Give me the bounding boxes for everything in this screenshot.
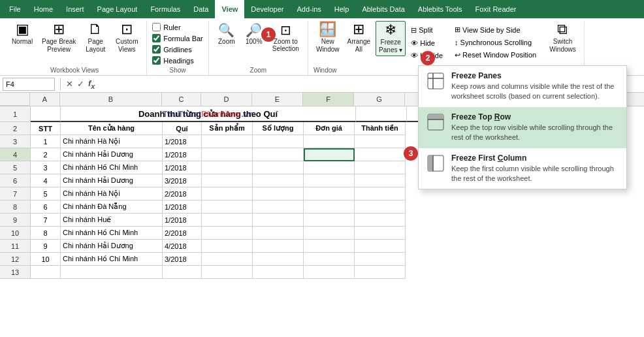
row-header-6[interactable]: 6 — [0, 174, 30, 187]
cell-e13[interactable] — [253, 266, 304, 279]
cell-e12[interactable] — [253, 253, 304, 266]
insert-function-icon[interactable]: fx — [88, 78, 95, 90]
cell-c8[interactable]: 1/2018 — [163, 201, 202, 214]
page-break-button[interactable]: ⊞ Page BreakPreview — [39, 21, 78, 55]
formula-bar-input[interactable] — [152, 34, 161, 42]
cell-c13[interactable] — [163, 266, 202, 279]
gridlines-checkbox[interactable]: Gridlines — [152, 45, 203, 54]
cell-f12[interactable] — [304, 253, 355, 266]
cell-f5[interactable] — [304, 161, 355, 174]
cell-f4[interactable] — [304, 148, 355, 161]
cell-e9[interactable] — [253, 214, 304, 227]
cell-b12[interactable]: Chi nhánh Hồ Chí Minh — [61, 253, 163, 266]
cell-f10[interactable] — [304, 227, 355, 240]
zoom-button[interactable]: 🔍 Zoom — [214, 21, 239, 46]
cell-g10[interactable] — [355, 227, 406, 240]
cell-e11[interactable] — [253, 240, 304, 253]
row-header-4[interactable]: 4 — [0, 148, 30, 161]
cell-g8[interactable] — [355, 201, 406, 214]
cell-a1[interactable] — [31, 106, 61, 122]
cell-b3[interactable]: Chi nhánh Hà Nội — [61, 135, 163, 148]
page-layout-button[interactable]: 🗋 PageLayout — [81, 21, 110, 55]
freeze-panes-button[interactable]: ❄ FreezePanes ▾ — [376, 21, 406, 56]
cell-g12[interactable] — [355, 253, 406, 266]
new-window-button[interactable]: 🪟 NewWindow — [314, 21, 342, 55]
arrange-all-button[interactable]: ⊞ ArrangeAll — [345, 21, 374, 55]
cell-e5[interactable] — [253, 161, 304, 174]
cell-e2[interactable]: Số lượng — [253, 122, 304, 135]
tab-data[interactable]: Data — [187, 0, 215, 18]
col-header-b[interactable]: B — [60, 93, 162, 106]
cell-f8[interactable] — [304, 201, 355, 214]
cell-g6[interactable] — [355, 174, 406, 187]
col-header-a[interactable]: A — [30, 93, 60, 106]
row-header-11[interactable]: 11 — [0, 240, 30, 253]
cell-b10[interactable]: Chi nhánh Hồ Chí Minh — [61, 227, 163, 240]
tab-ablebits-tools[interactable]: Ablebits Tools — [411, 0, 469, 18]
cell-g13[interactable] — [355, 266, 406, 279]
normal-button[interactable]: ▣ Normal — [8, 21, 37, 47]
ruler-input[interactable] — [152, 23, 161, 31]
ruler-checkbox[interactable]: Ruler — [152, 23, 203, 31]
cell-d6[interactable] — [202, 174, 253, 187]
cell-b11[interactable]: Chi nhánh Hải Dương — [61, 240, 163, 253]
cell-g2[interactable]: Thành tiền — [355, 122, 406, 135]
cell-f9[interactable] — [304, 214, 355, 227]
view-side-by-side-button[interactable]: ⊞ View Side by Side — [452, 25, 539, 35]
hide-button[interactable]: 👁 Hide — [408, 39, 445, 48]
cell-d13[interactable] — [202, 266, 253, 279]
row-header-9[interactable]: 9 — [0, 214, 30, 227]
tab-view[interactable]: View — [215, 0, 244, 18]
col-header-f[interactable]: F — [303, 93, 354, 106]
cell-g7[interactable] — [355, 187, 406, 201]
reset-window-position-button[interactable]: ↩ Reset Window Position — [452, 50, 539, 60]
col-header-e[interactable]: E — [252, 93, 303, 106]
headings-input[interactable] — [152, 56, 161, 65]
cell-f1[interactable] — [356, 106, 407, 122]
name-box[interactable] — [3, 78, 55, 91]
cell-b1[interactable]: Doanh thu từng cửa hàng theo Quí ThuThua… — [61, 106, 356, 122]
freeze-top-row-option[interactable]: Freeze Top Row Keep the top row visible … — [419, 107, 626, 148]
tab-page-layout[interactable]: Page Layout — [91, 0, 144, 18]
cell-a9[interactable]: 7 — [31, 214, 61, 227]
headings-checkbox[interactable]: Headings — [152, 56, 203, 65]
cell-c7[interactable]: 2/2018 — [163, 187, 202, 201]
cell-a8[interactable]: 6 — [31, 201, 61, 214]
cell-d2[interactable]: Sản phẩm — [202, 122, 253, 135]
cell-d11[interactable] — [202, 240, 253, 253]
cell-b5[interactable]: Chi nhánh Hồ Chí Minh — [61, 161, 163, 174]
cell-e10[interactable] — [253, 227, 304, 240]
cell-a4[interactable]: 2 — [31, 148, 61, 161]
tab-foxit[interactable]: Foxit Reader — [469, 0, 523, 18]
cell-b13[interactable] — [61, 266, 163, 279]
cell-c3[interactable]: 1/2018 — [163, 135, 202, 148]
col-header-d[interactable]: D — [201, 93, 252, 106]
cell-f2[interactable]: Đơn giá — [304, 122, 355, 135]
freeze-panes-option[interactable]: Freeze Panes Keep rows and columns visib… — [419, 66, 626, 107]
cell-g5[interactable] — [355, 161, 406, 174]
cell-e8[interactable] — [253, 201, 304, 214]
cell-d8[interactable] — [202, 201, 253, 214]
cell-e3[interactable] — [253, 135, 304, 148]
cell-b9[interactable]: Chi nhánh Huế — [61, 214, 163, 227]
tab-ablebits-data[interactable]: Ablebits Data — [355, 0, 411, 18]
cell-a2[interactable]: STT — [31, 122, 61, 135]
col-header-g[interactable]: G — [354, 93, 405, 106]
cell-f11[interactable] — [304, 240, 355, 253]
cell-a12[interactable]: 10 — [31, 253, 61, 266]
cell-a7[interactable]: 5 — [31, 187, 61, 201]
cell-b7[interactable]: Chi nhánh Hà Nội — [61, 187, 163, 201]
cell-a11[interactable]: 9 — [31, 240, 61, 253]
col-header-c[interactable]: C — [162, 93, 201, 106]
cell-d4[interactable] — [202, 148, 253, 161]
cell-c12[interactable]: 3/2018 — [163, 253, 202, 266]
tab-developer[interactable]: Developer — [244, 0, 290, 18]
row-header-7[interactable]: 7 — [0, 187, 30, 201]
tab-file[interactable]: File — [3, 0, 27, 18]
cell-b4[interactable]: Chi nhánh Hải Dương — [61, 148, 163, 161]
row-header-3[interactable]: 3 — [0, 135, 30, 148]
cell-e7[interactable] — [253, 187, 304, 201]
cell-a13[interactable] — [31, 266, 61, 279]
cell-d7[interactable] — [202, 187, 253, 201]
cell-g9[interactable] — [355, 214, 406, 227]
